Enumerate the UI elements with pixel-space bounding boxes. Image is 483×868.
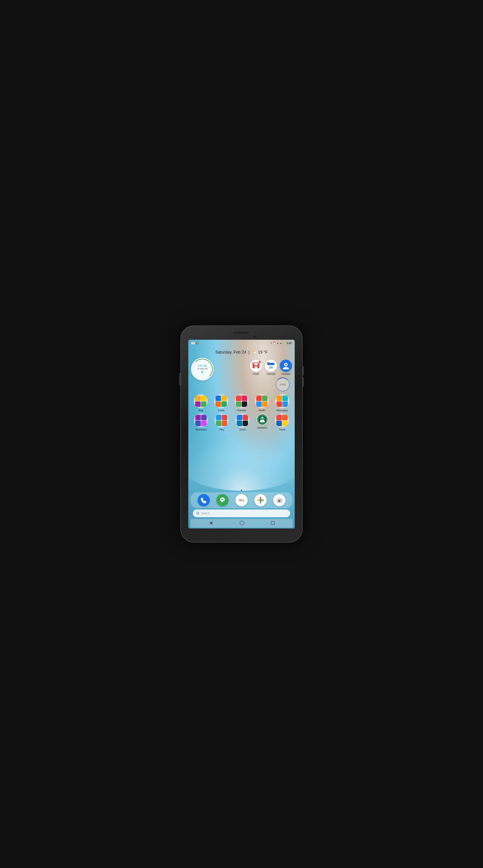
svg-rect-21 bbox=[278, 498, 281, 499]
status-time: 2:29 bbox=[287, 342, 291, 344]
folder-row-1: Blog Create bbox=[191, 394, 292, 412]
gpay-dock-app[interactable]: GPay bbox=[235, 494, 248, 506]
phone-dock-app[interactable] bbox=[198, 494, 210, 506]
play-mini-2 bbox=[222, 415, 227, 420]
calendar-app[interactable]: 24 Calendar bbox=[265, 360, 277, 375]
svg-point-14 bbox=[221, 499, 222, 500]
search-bar[interactable]: G Search... bbox=[193, 509, 290, 517]
messaging-label: Messaging bbox=[277, 409, 288, 412]
starbucks-label: Starbucks bbox=[257, 427, 267, 429]
hangouts-dock-icon bbox=[217, 494, 229, 506]
hangouts-dock-app[interactable] bbox=[217, 494, 229, 506]
messaging-folder-icon bbox=[275, 394, 289, 408]
starbucks-app[interactable]: Starbucks bbox=[256, 413, 268, 431]
health-mini-3 bbox=[256, 401, 262, 407]
volume-up-button[interactable] bbox=[303, 366, 304, 375]
play-folder[interactable]: Play bbox=[215, 413, 229, 431]
finances-mini-2 bbox=[242, 396, 247, 401]
newsstand-folder[interactable]: ▶ Newsstand bbox=[194, 413, 208, 431]
wifi-icon: ▲ bbox=[277, 342, 279, 344]
social-folder-icon bbox=[235, 413, 249, 428]
bluetooth-icon: ✦ bbox=[270, 342, 272, 344]
steps-count: 2,888 bbox=[280, 383, 286, 386]
back-button[interactable] bbox=[208, 521, 213, 525]
gmail-app[interactable]: Gmail bbox=[250, 360, 262, 375]
finances-folder-icon bbox=[234, 394, 249, 408]
health-folder[interactable]: Health bbox=[255, 394, 269, 412]
travel-folder-icon: H bbox=[275, 413, 289, 428]
blog-mini-1 bbox=[195, 396, 201, 401]
health-label: Health bbox=[259, 409, 265, 412]
finances-folder[interactable]: Finances bbox=[234, 394, 249, 412]
health-folder-icon bbox=[255, 394, 269, 408]
messaging-mini-3 bbox=[277, 401, 282, 407]
back-triangle-icon bbox=[209, 521, 212, 525]
newsstand-mini-4 bbox=[201, 421, 207, 426]
battery-icon: 🔋 bbox=[283, 342, 286, 344]
photos-dock-app[interactable] bbox=[254, 494, 266, 506]
volume-down-button[interactable] bbox=[303, 377, 304, 386]
svg-point-16 bbox=[223, 499, 224, 500]
contacts-app[interactable]: Contacts bbox=[280, 360, 292, 375]
alarm-icon: ⏰ bbox=[273, 342, 276, 344]
svg-text:24: 24 bbox=[269, 366, 273, 369]
finances-mini-3 bbox=[236, 401, 241, 407]
notification-icon: 🔔 bbox=[196, 342, 198, 344]
home-button[interactable] bbox=[240, 521, 244, 525]
travel-folder[interactable]: H Travel bbox=[275, 413, 289, 431]
create-folder-icon bbox=[214, 394, 228, 408]
newsstand-mini-2 bbox=[201, 415, 207, 420]
finances-mini-1 bbox=[236, 396, 241, 401]
create-mini-2 bbox=[221, 396, 227, 401]
blog-mini-4 bbox=[201, 401, 206, 407]
google-g-logo: G bbox=[196, 511, 199, 515]
blog-mini-3 bbox=[195, 401, 201, 407]
social-folder[interactable]: Social bbox=[235, 413, 249, 431]
camera-dock-app[interactable] bbox=[273, 494, 285, 506]
gmail-badge bbox=[259, 360, 262, 363]
phone-speaker bbox=[234, 332, 249, 334]
svg-rect-4 bbox=[267, 364, 275, 365]
svg-point-22 bbox=[281, 499, 282, 500]
fi-ring bbox=[192, 359, 213, 379]
newsstand-label: Newsstand bbox=[195, 428, 206, 431]
social-mini-1 bbox=[237, 415, 242, 420]
gmail-label: Gmail bbox=[253, 373, 259, 375]
travel-label: Travel bbox=[279, 428, 285, 431]
create-mini-3 bbox=[216, 401, 221, 407]
social-mini-4 bbox=[243, 421, 248, 426]
photos-dock-icon bbox=[254, 494, 266, 506]
svg-rect-1 bbox=[252, 363, 260, 363]
camera-dock-icon bbox=[273, 494, 285, 506]
newsstand-mini-1: ▶ bbox=[195, 415, 201, 420]
svg-point-9 bbox=[285, 364, 287, 366]
calendar-icon: 24 bbox=[265, 360, 277, 372]
play-mini-1 bbox=[216, 415, 221, 420]
phone-camera bbox=[253, 335, 256, 338]
recents-button[interactable] bbox=[271, 521, 275, 525]
create-label: Create bbox=[218, 409, 225, 412]
starbucks-icon bbox=[256, 413, 268, 426]
svg-point-10 bbox=[257, 414, 267, 425]
newsstand-folder-icon: ▶ bbox=[194, 413, 208, 428]
folder-row-2: ▶ Newsstand bbox=[191, 413, 292, 431]
fi-widget[interactable]: 0.02 GB 19 days left fi bbox=[191, 358, 214, 380]
blog-folder[interactable]: Blog bbox=[194, 394, 208, 412]
create-folder[interactable]: Create bbox=[214, 394, 228, 412]
travel-mini-3 bbox=[276, 421, 282, 426]
power-button[interactable] bbox=[179, 373, 180, 385]
finances-mini-4 bbox=[242, 401, 247, 407]
steps-widget[interactable]: 2,888 bbox=[276, 377, 290, 392]
blog-label: Blog bbox=[199, 409, 203, 412]
blog-folder-icon bbox=[194, 394, 208, 408]
play-folder-icon bbox=[215, 413, 229, 428]
search-placeholder: Search... bbox=[201, 512, 212, 515]
social-label: Social bbox=[239, 428, 245, 431]
contacts-label: Contacts bbox=[281, 373, 290, 375]
gmail-icon bbox=[250, 360, 262, 372]
messaging-folder[interactable]: Messaging bbox=[275, 394, 289, 412]
status-left-icons: M 🔔 bbox=[192, 342, 198, 344]
phone-device: M 🔔 ✦ ⏰ ▲ ▲ 🔋 2:29 Saturday, Feb 24 | ⛅ … bbox=[180, 326, 303, 542]
social-mini-3 bbox=[237, 421, 242, 426]
folders-section: Blog Create bbox=[188, 394, 295, 433]
